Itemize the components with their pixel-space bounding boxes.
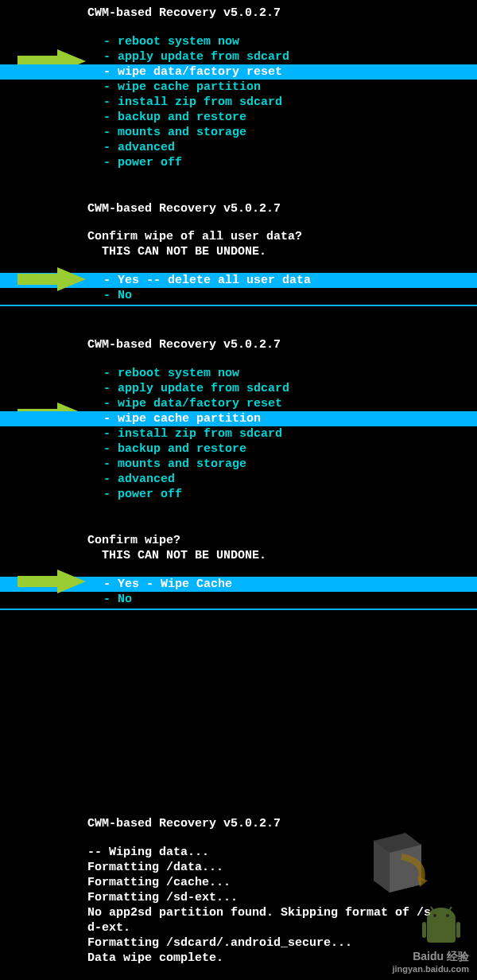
- divider: [0, 305, 477, 306]
- menu-item-install-zip[interactable]: - install zip from sdcard: [87, 426, 477, 441]
- menu-item-advanced[interactable]: - advanced: [87, 140, 477, 155]
- log-line: -- Wiping data...: [87, 845, 477, 860]
- confirm-no[interactable]: - No: [87, 288, 477, 303]
- confirm-question: Confirm wipe of all user data?: [87, 230, 477, 243]
- recovery-header: CWM-based Recovery v5.0.2.7: [87, 202, 477, 216]
- log-line: Formatting /cache...: [87, 875, 477, 890]
- menu-item-backup[interactable]: - backup and restore: [87, 441, 477, 457]
- menu-item-apply-update[interactable]: - apply update from sdcard: [87, 49, 477, 64]
- log-line: d-ext.: [87, 920, 477, 935]
- recovery-header: CWM-based Recovery v5.0.2.7: [87, 817, 477, 830]
- menu-item-reboot[interactable]: - reboot system now: [87, 366, 477, 381]
- menu-item-poweroff[interactable]: - power off: [87, 487, 477, 502]
- svg-marker-3: [17, 570, 86, 593]
- menu-item-mounts[interactable]: - mounts and storage: [87, 457, 477, 472]
- menu-item-wipe-data[interactable]: - wipe data/factory reset: [0, 64, 477, 80]
- confirm-warning: THIS CAN NOT BE UNDONE.: [87, 245, 477, 259]
- confirm-no[interactable]: - No: [87, 592, 477, 607]
- log-line: Data wipe complete.: [87, 951, 477, 966]
- log-line: Formatting /sd-ext...: [87, 890, 477, 905]
- recovery-header: CWM-based Recovery v5.0.2.7: [87, 338, 477, 352]
- svg-marker-1: [17, 267, 86, 291]
- recovery-header: CWM-based Recovery v5.0.2.7: [87, 6, 477, 20]
- menu-item-wipe-cache[interactable]: - wipe cache partition: [87, 80, 477, 95]
- divider: [0, 609, 477, 610]
- log-output: CWM-based Recovery v5.0.2.7 -- Wiping da…: [0, 817, 477, 966]
- menu-item-wipe-data[interactable]: - wipe data/factory reset: [87, 396, 477, 411]
- menu-item-reboot[interactable]: - reboot system now: [87, 34, 477, 49]
- pointer-arrow-icon: [17, 570, 86, 593]
- confirm-question: Confirm wipe?: [87, 534, 477, 547]
- log-line: No app2sd partition found. Skipping form…: [87, 905, 477, 920]
- log-line: Formatting /data...: [87, 860, 477, 875]
- confirm-warning: THIS CAN NOT BE UNDONE.: [87, 549, 477, 562]
- menu-item-wipe-cache[interactable]: - wipe cache partition: [0, 411, 477, 426]
- log-line: Formatting /sdcard/.android_secure...: [87, 935, 477, 951]
- menu-item-poweroff[interactable]: - power off: [87, 155, 477, 170]
- menu-item-mounts[interactable]: - mounts and storage: [87, 125, 477, 140]
- menu-item-backup[interactable]: - backup and restore: [87, 110, 477, 125]
- menu-item-apply-update[interactable]: - apply update from sdcard: [87, 381, 477, 396]
- menu-item-advanced[interactable]: - advanced: [87, 472, 477, 487]
- menu-item-install-zip[interactable]: - install zip from sdcard: [87, 95, 477, 110]
- pointer-arrow-icon: [17, 267, 86, 291]
